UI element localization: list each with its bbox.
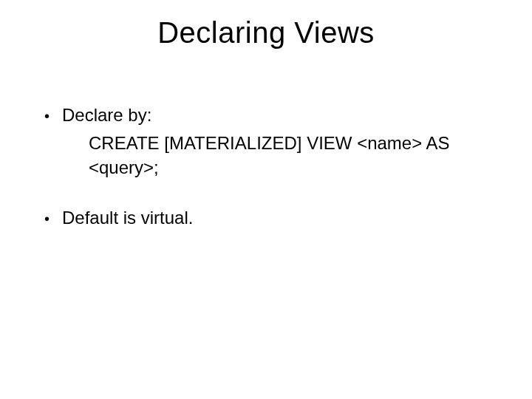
- bullet-icon: [44, 206, 62, 230]
- bullet-subtext: CREATE [MATERIALIZED] VIEW <name> AS <qu…: [89, 132, 502, 180]
- spacer: [44, 184, 502, 206]
- bullet-icon: [44, 103, 62, 127]
- slide-body: Declare by: CREATE [MATERIALIZED] VIEW <…: [44, 103, 502, 235]
- bullet-text: Default is virtual.: [62, 206, 502, 230]
- bullet-item: Default is virtual.: [44, 206, 502, 230]
- bullet-item: Declare by:: [44, 103, 502, 127]
- bullet-text: Declare by:: [62, 103, 502, 127]
- slide: Declaring Views Declare by: CREATE [MATE…: [0, 0, 532, 399]
- slide-title: Declaring Views: [0, 16, 532, 50]
